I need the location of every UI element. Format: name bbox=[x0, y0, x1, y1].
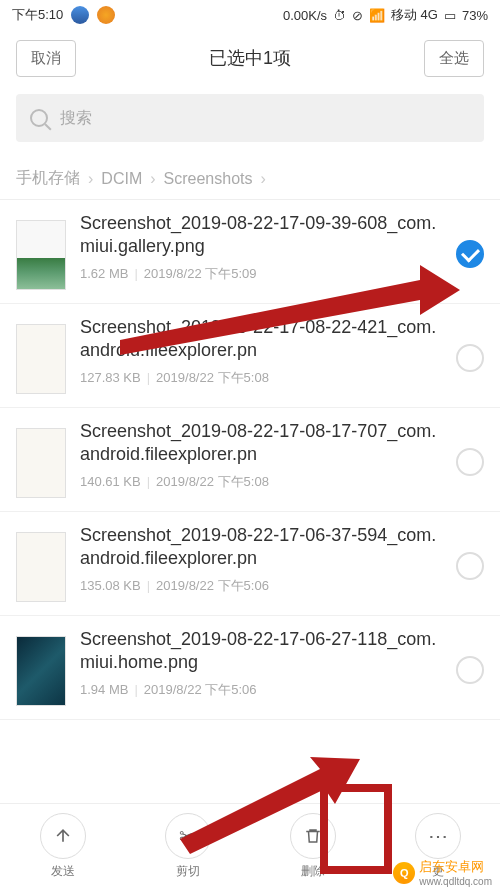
file-name: Screenshot_2019-08-22-17-08-22-421_com.a… bbox=[80, 316, 442, 363]
checkbox[interactable] bbox=[456, 656, 484, 684]
breadcrumb-item[interactable]: 手机存储 bbox=[16, 168, 80, 189]
file-item[interactable]: Screenshot_2019-08-22-17-09-39-608_com.m… bbox=[0, 200, 500, 304]
file-meta: 140.61 KB|2019/8/22 下午5:08 bbox=[80, 473, 442, 491]
watermark-logo-icon: Q bbox=[393, 862, 415, 884]
file-item[interactable]: Screenshot_2019-08-22-17-08-22-421_com.a… bbox=[0, 304, 500, 408]
search-bar[interactable]: 搜索 bbox=[16, 94, 484, 142]
file-meta: 1.62 MB|2019/8/22 下午5:09 bbox=[80, 265, 442, 283]
delete-icon bbox=[290, 813, 336, 859]
checkbox[interactable] bbox=[456, 448, 484, 476]
status-bar: 下午5:10 0.00K/s ⏱ ⊘ 📶 移动 4G ▭ 73% bbox=[0, 0, 500, 30]
thumbnail bbox=[16, 532, 66, 602]
carrier: 移动 4G bbox=[391, 6, 438, 24]
watermark: Q 启东安卓网 www.qdltdq.com bbox=[393, 858, 492, 887]
status-time: 下午5:10 bbox=[12, 6, 63, 24]
select-all-button[interactable]: 全选 bbox=[424, 40, 484, 77]
file-item[interactable]: Screenshot_2019-08-22-17-08-17-707_com.a… bbox=[0, 408, 500, 512]
chevron-right-icon: › bbox=[150, 170, 155, 188]
search-placeholder: 搜索 bbox=[60, 108, 92, 129]
nav-title: 已选中1项 bbox=[209, 46, 291, 70]
file-name: Screenshot_2019-08-22-17-06-27-118_com.m… bbox=[80, 628, 442, 675]
more-icon: ⋯ bbox=[415, 813, 461, 859]
thumbnail bbox=[16, 324, 66, 394]
network-speed: 0.00K/s bbox=[283, 8, 327, 23]
file-list: Screenshot_2019-08-22-17-09-39-608_com.m… bbox=[0, 199, 500, 720]
qq-icon bbox=[71, 6, 89, 24]
chevron-right-icon: › bbox=[88, 170, 93, 188]
breadcrumb-item[interactable]: DCIM bbox=[101, 170, 142, 188]
file-item[interactable]: Screenshot_2019-08-22-17-06-37-594_com.a… bbox=[0, 512, 500, 616]
cloud-icon bbox=[97, 6, 115, 24]
checkbox-checked[interactable] bbox=[456, 240, 484, 268]
battery-icon: ▭ bbox=[444, 8, 456, 23]
nav-bar: 取消 已选中1项 全选 bbox=[0, 30, 500, 86]
chevron-right-icon: › bbox=[260, 170, 265, 188]
cut-button[interactable]: ✂ 剪切 bbox=[125, 813, 250, 880]
send-icon bbox=[40, 813, 86, 859]
battery-percent: 73% bbox=[462, 8, 488, 23]
file-name: Screenshot_2019-08-22-17-06-37-594_com.a… bbox=[80, 524, 442, 571]
thumbnail bbox=[16, 220, 66, 290]
cancel-button[interactable]: 取消 bbox=[16, 40, 76, 77]
file-meta: 127.83 KB|2019/8/22 下午5:08 bbox=[80, 369, 442, 387]
checkbox[interactable] bbox=[456, 552, 484, 580]
file-item[interactable]: Screenshot_2019-08-22-17-06-27-118_com.m… bbox=[0, 616, 500, 720]
file-name: Screenshot_2019-08-22-17-09-39-608_com.m… bbox=[80, 212, 442, 259]
thumbnail bbox=[16, 636, 66, 706]
checkbox[interactable] bbox=[456, 344, 484, 372]
alarm-icon: ⏱ bbox=[333, 8, 346, 23]
breadcrumb-item[interactable]: Screenshots bbox=[164, 170, 253, 188]
signal-icon: 📶 bbox=[369, 8, 385, 23]
file-meta: 1.94 MB|2019/8/22 下午5:06 bbox=[80, 681, 442, 699]
send-button[interactable]: 发送 bbox=[0, 813, 125, 880]
breadcrumb[interactable]: 手机存储 › DCIM › Screenshots › bbox=[0, 150, 500, 199]
delete-button[interactable]: 删除 bbox=[250, 813, 375, 880]
dnd-icon: ⊘ bbox=[352, 8, 363, 23]
file-meta: 135.08 KB|2019/8/22 下午5:06 bbox=[80, 577, 442, 595]
search-icon bbox=[30, 109, 48, 127]
file-name: Screenshot_2019-08-22-17-08-17-707_com.a… bbox=[80, 420, 442, 467]
cut-icon: ✂ bbox=[165, 813, 211, 859]
thumbnail bbox=[16, 428, 66, 498]
